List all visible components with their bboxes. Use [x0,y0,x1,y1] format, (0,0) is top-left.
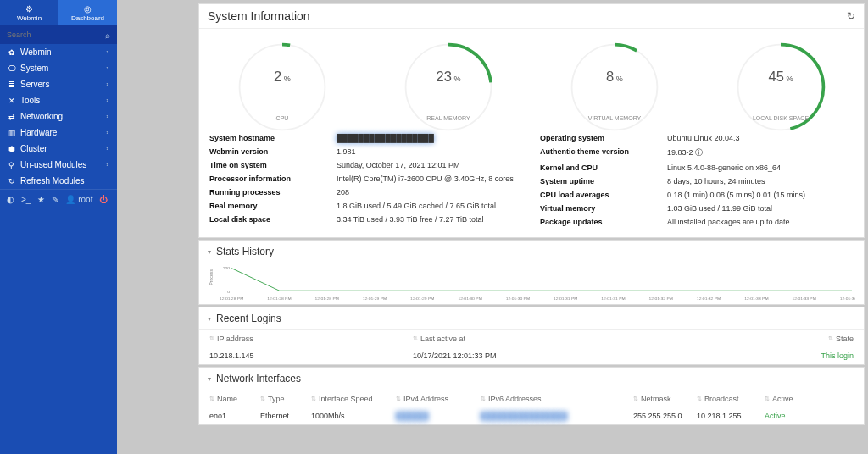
panel-title: Recent Logins [216,313,281,324]
col-ip[interactable]: ⇅IP address [209,335,413,343]
svg-text:8 %: 8 % [606,69,623,84]
nav-icon: ≣ [8,80,20,89]
sidebar-item[interactable]: ⇄Networking› [0,108,117,125]
col-active[interactable]: ⇅Active [765,395,854,403]
cell-netmask: 255.255.255.0 [633,412,697,420]
sidebar-item[interactable]: ≣Servers› [0,76,117,92]
cell-ipv4: ██████ [396,412,481,420]
status-bar: ◐ >_ ★ ✎ 👤 root ⏻ [0,189,117,209]
sidebar-item[interactable]: ✿Webmin› [0,44,117,60]
nav-icon: ⇄ [8,113,20,121]
logins-table: ⇅IP address ⇅Last active at ⇅State 10.21… [199,330,864,364]
info-row: Kernel and CPULinux 5.4.0-88-generic on … [540,161,854,174]
refresh-icon[interactable]: ↻ [847,10,855,22]
info-value: 3.34 TiB used / 3.93 TiB free / 7.27 TiB… [337,215,523,224]
cell-state: This login [684,352,854,360]
info-key: Real memory [209,202,337,210]
gauge-label: LOCAL DISK SPACE [753,115,809,121]
svg-text:12:01:33 PM: 12:01:33 PM [792,296,816,301]
edit-icon[interactable]: ✎ [52,195,58,204]
panel-header[interactable]: ▾ Recent Logins [199,307,864,330]
info-row: Processor informationIntel(R) Core(TM) i… [209,172,523,185]
svg-text:12:01:31 PM: 12:01:31 PM [554,296,578,301]
chevron-right-icon: › [106,129,108,136]
recent-logins-panel: ▾ Recent Logins ⇅IP address ⇅Last active… [198,307,865,365]
svg-text:12:01:28 PM: 12:01:28 PM [220,296,244,301]
table-row[interactable]: 10.218.1.14510/17/2021 12:01:33 PMThis l… [199,347,864,364]
info-key: System hostname [209,134,337,142]
info-row: CPU load averages0.18 (1 min) 0.08 (5 mi… [540,188,854,202]
col-name[interactable]: ⇅Name [209,395,260,403]
panel-header[interactable]: ▾ Stats History [199,241,864,263]
col-last[interactable]: ⇅Last active at [413,335,684,343]
col-speed[interactable]: ⇅Interface Speed [311,395,396,403]
col-ipv4[interactable]: ⇅IPv4 Address [396,395,481,403]
panel-header: System Information ↻ [199,4,864,29]
search-icon[interactable]: ⌕ [105,30,110,40]
info-row: Running processes208 [209,185,523,199]
col-broadcast[interactable]: ⇅Broadcast [697,395,765,403]
nav-label: Webmin [20,47,106,57]
info-value: 19.83-2 ⓘ [667,147,854,158]
chevron-right-icon: › [106,161,108,169]
sidebar-item[interactable]: 🖵System› [0,60,117,76]
sidebar-item[interactable]: ✕Tools› [0,92,117,108]
cell-type: Ethernet [260,412,311,420]
gauge-label: CPU [276,115,289,121]
info-value: 1.8 GiB used / 5.49 GiB cached / 7.65 Gi… [337,202,523,210]
nav-label: Un-used Modules [20,160,106,169]
info-value: 1.981 [337,147,523,156]
info-value[interactable]: 8 days, 10 hours, 24 minutes [667,177,854,185]
panel-title: System Information [208,9,310,23]
svg-text:12:01:28 PM: 12:01:28 PM [267,296,292,301]
nav-label: Tools [20,96,106,105]
svg-text:Process: Process [209,269,214,285]
col-ipv6[interactable]: ⇅IPv6 Addresses [481,395,633,403]
search-input[interactable] [7,30,105,39]
info-value[interactable]: 208 [337,188,523,197]
svg-text:12:01:32 PM: 12:01:32 PM [697,296,721,301]
info-value: Linux 5.4.0-88-generic on x86_64 [667,163,854,172]
table-row[interactable]: eno1 Ethernet 1000Mb/s ██████ ██████████… [199,407,864,424]
panel-header[interactable]: ▾ Network Interfaces [199,368,864,390]
col-netmask[interactable]: ⇅Netmask [633,395,697,403]
info-value: 0.18 (1 min) 0.08 (5 mins) 0.01 (15 mins… [667,191,854,199]
tab-dashboard[interactable]: ◎ Dashboard [58,0,117,25]
info-value[interactable]: Sunday, October 17, 2021 12:01 PM [337,161,523,169]
night-mode-icon[interactable]: ◐ [7,195,14,204]
terminal-icon[interactable]: >_ [21,195,31,204]
gauge: 23 % REAL MEMORY [365,41,531,121]
svg-text:12:01:31 PM: 12:01:31 PM [601,296,626,301]
sidebar-item[interactable]: ↻Refresh Modules [0,173,117,189]
svg-text:12:01:34 PM: 12:01:34 PM [840,296,855,301]
info-key: Kernel and CPU [540,163,667,172]
svg-text:2 %: 2 % [274,69,291,84]
info-row: Package updatesAll installed packages ar… [540,215,854,229]
star-icon[interactable]: ★ [37,195,45,204]
sidebar-item[interactable]: ⬢Cluster› [0,141,117,157]
power-icon[interactable]: ⏻ [99,195,108,204]
nav-icon: ▥ [8,129,20,137]
svg-text:200: 200 [223,267,231,270]
tab-webmin[interactable]: ⚙ Webmin [0,0,58,25]
nav-icon: ⚲ [8,161,20,169]
sort-icon: ⇅ [209,335,214,342]
nav-icon: ⬢ [8,145,20,153]
gauge-icon: ◎ [84,4,92,14]
chevron-right-icon: › [106,113,108,120]
gear-icon: ⚙ [25,4,33,14]
sidebar-item[interactable]: ▥Hardware› [0,125,117,141]
gauge-label: REAL MEMORY [426,115,470,121]
nav-label: Networking [20,112,106,121]
user-label[interactable]: 👤 root [65,195,92,204]
col-state[interactable]: ⇅State [684,335,854,343]
cell-name: eno1 [209,412,260,420]
info-key: Time on system [209,161,337,169]
info-value[interactable]: All installed packages are up to date [667,218,854,226]
chevron-down-icon: ▾ [208,315,211,323]
col-type[interactable]: ⇅Type [260,395,311,403]
nav-icon: ✿ [8,48,20,57]
svg-text:12:01:29 PM: 12:01:29 PM [363,296,387,301]
network-table: ⇅Name ⇅Type ⇅Interface Speed ⇅IPv4 Addre… [199,390,864,424]
sidebar-item[interactable]: ⚲Un-used Modules› [0,157,117,173]
